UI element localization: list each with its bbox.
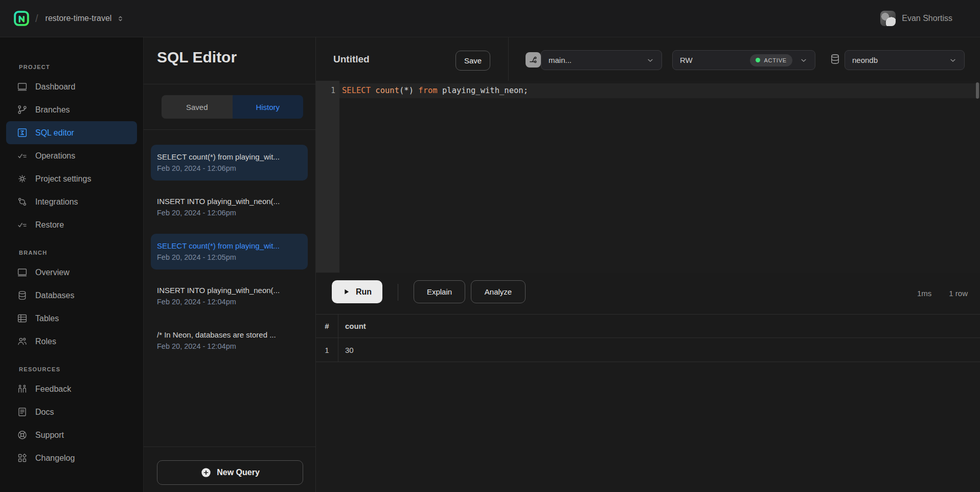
gear-icon: [17, 173, 28, 184]
history-list: SELECT count(*) from playing_wit... Feb …: [144, 130, 315, 446]
sidebar-item-label: Overview: [35, 268, 70, 277]
sidebar-item-roles[interactable]: Roles: [6, 330, 137, 353]
analyze-button[interactable]: Analyze: [471, 280, 526, 303]
project-switcher-unfold-icon[interactable]: [117, 15, 124, 23]
sql-function: count: [375, 86, 399, 95]
code-editor[interactable]: 1 SELECT count(*) from playing_with_neon…: [316, 81, 980, 273]
sidebar-item-integrations[interactable]: Integrations: [6, 190, 137, 213]
sidebar-item-branches[interactable]: Branches: [6, 98, 137, 121]
branch-select-value: main...: [549, 56, 572, 64]
sidebar-item-label: Project settings: [35, 174, 91, 184]
user-menu[interactable]: Evan Shortiss: [880, 11, 952, 26]
history-item[interactable]: /* In Neon, databases are stored ... Feb…: [151, 323, 308, 359]
history-query: /* In Neon, databases are stored ...: [157, 329, 302, 341]
line-number: 1: [316, 83, 335, 98]
sidebar-item-label: Feedback: [35, 385, 71, 394]
restore-icon: [17, 219, 28, 230]
new-query-label: New Query: [217, 468, 260, 477]
history-item[interactable]: SELECT count(*) from playing_wit... Feb …: [151, 145, 308, 181]
results-table: # count 1 30: [316, 314, 980, 362]
database-select-value: neondb: [852, 56, 878, 64]
sidebar-item-label: SQL editor: [35, 128, 74, 138]
sql-plain: (*): [399, 86, 418, 95]
history-query: INSERT INTO playing_with_neon(...: [157, 195, 302, 207]
editor-scrollbar-thumb[interactable]: [976, 82, 979, 99]
section-label: PROJECT: [19, 64, 143, 70]
run-label: Run: [356, 287, 372, 297]
sidebar-section-project: PROJECT Dashboard Branches SQL editor: [0, 64, 143, 236]
sidebar-item-label: Integrations: [35, 197, 78, 207]
history-query: SELECT count(*) from playing_wit...: [157, 240, 302, 252]
sidebar-item-sql-editor[interactable]: SQL editor: [6, 121, 137, 144]
sidebar-item-tables[interactable]: Tables: [6, 307, 137, 330]
sidebar-item-databases[interactable]: Databases: [6, 284, 137, 307]
integrations-icon: [17, 196, 28, 207]
sidebar-item-operations[interactable]: Operations: [6, 144, 137, 167]
sidebar-item-overview[interactable]: Overview: [6, 261, 137, 284]
sql-keyword: SELECT: [342, 86, 375, 95]
neon-logo[interactable]: [14, 11, 29, 26]
divider: [144, 446, 315, 447]
results-header-index: #: [316, 315, 338, 338]
divider: [144, 84, 315, 84]
sidebar-item-feedback[interactable]: Feedback: [6, 377, 137, 400]
explain-button[interactable]: Explain: [414, 280, 465, 303]
feedback-icon: [17, 384, 28, 394]
branch-icon: [528, 55, 538, 65]
sidebar: PROJECT Dashboard Branches SQL editor: [0, 37, 144, 492]
sidebar-item-label: Tables: [35, 314, 59, 323]
changelog-icon: [17, 453, 28, 463]
active-status-label: ACTIVE: [764, 57, 787, 63]
sidebar-item-label: Docs: [35, 408, 54, 417]
actions-bar: Run Explain Analyze 1ms 1 row: [316, 273, 980, 314]
life-buoy-icon: [17, 430, 28, 440]
neon-console: / restore-time-travel Evan Shortiss PROJ…: [0, 0, 980, 492]
table-row: 1 30: [316, 338, 980, 362]
query-title: Untitled: [333, 54, 370, 65]
avatar: [880, 11, 896, 26]
new-query-button[interactable]: New Query: [157, 460, 303, 485]
database-select[interactable]: neondb: [845, 50, 965, 70]
sidebar-item-docs[interactable]: Docs: [6, 400, 137, 423]
sql-plain: playing_with_neon;: [438, 86, 528, 95]
query-row-count: 1 row: [949, 289, 968, 298]
saved-history-tabs: Saved History: [162, 95, 303, 119]
operations-icon: [17, 150, 28, 161]
sidebar-item-changelog[interactable]: Changelog: [6, 446, 137, 469]
history-item[interactable]: INSERT INTO playing_with_neon(... Feb 20…: [151, 189, 308, 225]
history-query: SELECT count(*) from playing_wit...: [157, 151, 302, 163]
results-header-count: count: [338, 315, 980, 338]
tab-history[interactable]: History: [233, 95, 304, 119]
divider: [398, 284, 398, 301]
branch-icon-button[interactable]: [526, 52, 541, 68]
chevron-down-icon: [800, 56, 808, 64]
history-timestamp: Feb 20, 2024 - 12:04pm: [157, 296, 302, 307]
sidebar-section-branch: BRANCH Overview Databases Tables: [0, 250, 143, 353]
sidebar-item-label: Branches: [35, 105, 70, 115]
tab-saved[interactable]: Saved: [162, 95, 233, 119]
history-item[interactable]: INSERT INTO playing_with_neon(... Feb 20…: [151, 278, 308, 314]
history-query: INSERT INTO playing_with_neon(...: [157, 284, 302, 296]
sidebar-item-support[interactable]: Support: [6, 423, 137, 446]
sql-editor-icon: [17, 127, 28, 138]
sidebar-item-dashboard[interactable]: Dashboard: [6, 75, 137, 98]
sql-editor-panel: SQL Editor Saved History SELECT count(*)…: [144, 37, 316, 492]
active-status-dot: [756, 58, 760, 62]
sidebar-section-resources: RESOURCES Feedback Docs Support: [0, 366, 143, 469]
history-timestamp: Feb 20, 2024 - 12:04pm: [157, 341, 302, 352]
breadcrumb-project-name[interactable]: restore-time-travel: [45, 14, 112, 23]
sidebar-item-restore[interactable]: Restore: [6, 213, 137, 236]
sidebar-item-label: Operations: [35, 151, 75, 161]
users-icon: [17, 336, 28, 347]
compute-select[interactable]: RW ACTIVE: [672, 50, 815, 70]
run-button[interactable]: Run: [332, 280, 382, 303]
breadcrumb-separator: /: [35, 13, 38, 25]
save-button[interactable]: Save: [455, 51, 490, 71]
sidebar-item-project-settings[interactable]: Project settings: [6, 167, 137, 190]
sidebar-item-label: Support: [35, 431, 64, 440]
branch-select[interactable]: main...: [541, 50, 662, 70]
results-cell-count: 30: [338, 338, 980, 362]
history-timestamp: Feb 20, 2024 - 12:05pm: [157, 252, 302, 263]
history-item-selected[interactable]: SELECT count(*) from playing_wit... Feb …: [151, 234, 308, 270]
section-label: BRANCH: [19, 250, 143, 256]
